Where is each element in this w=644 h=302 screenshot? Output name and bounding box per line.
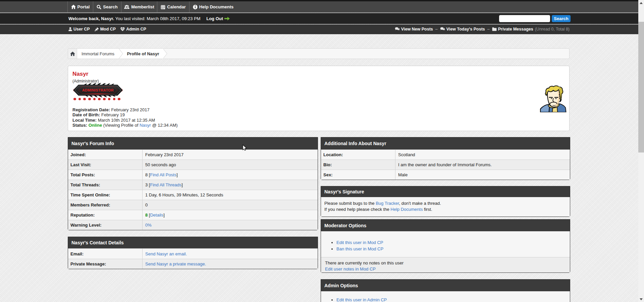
svg-text:ADMINISTRATOR: ADMINISTRATOR	[82, 88, 114, 92]
